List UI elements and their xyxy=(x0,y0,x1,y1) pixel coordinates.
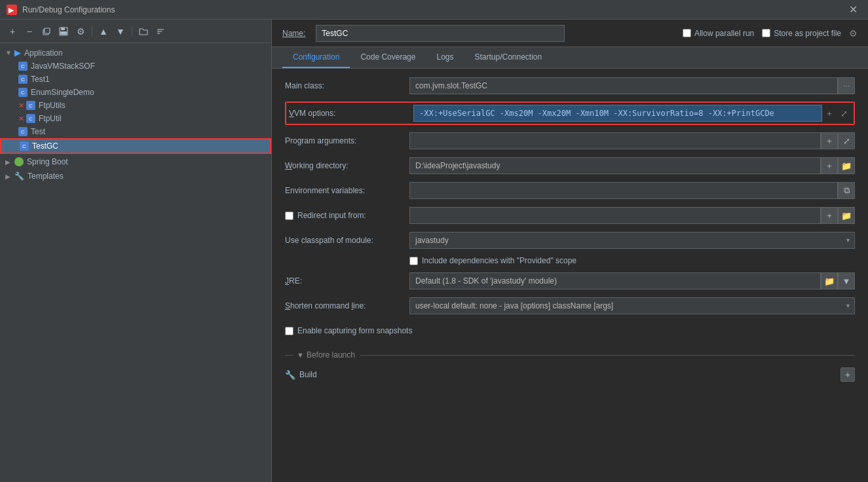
item-label: Test xyxy=(31,127,45,136)
redirect-browse-button[interactable]: 📁 xyxy=(838,207,855,224)
enable-capturing-label: Enable capturing form snapshots xyxy=(297,326,412,335)
templates-group-header[interactable]: ▶ 🔧 Templates xyxy=(0,170,271,183)
toolbar-separator xyxy=(92,26,92,37)
jre-input[interactable] xyxy=(409,272,821,289)
item-label: Test1 xyxy=(31,75,50,84)
vm-options-section: VVM options: + ⤢ xyxy=(285,102,855,125)
item-label: EnumSingleDemo xyxy=(31,88,94,97)
allow-parallel-run-checkbox[interactable] xyxy=(683,29,691,37)
main-class-label: Main class: xyxy=(285,81,409,90)
application-icon: ▶ xyxy=(14,48,21,58)
config-item-enumsinglDemo[interactable]: C EnumSingleDemo xyxy=(0,86,271,99)
program-arguments-row: Program arguments: + ⤢ xyxy=(285,132,855,150)
allow-parallel-run-option[interactable]: Allow parallel run xyxy=(683,29,754,38)
copy-config-button[interactable] xyxy=(39,24,54,39)
expand-arrow: ▶ xyxy=(5,158,13,166)
working-directory-row: Working directory: + 📁 xyxy=(285,157,855,175)
name-input[interactable] xyxy=(316,25,565,42)
working-directory-input-group: + 📁 xyxy=(409,157,855,174)
application-group-header[interactable]: ▼ ▶ Application xyxy=(0,46,271,60)
main-class-input-group: ⋯ xyxy=(409,77,855,94)
vm-options-label: VVM options: xyxy=(289,109,413,118)
working-directory-input[interactable] xyxy=(409,157,821,174)
store-as-project-file-label: Store as project file xyxy=(774,29,841,38)
add-before-launch-button[interactable]: + xyxy=(840,367,855,382)
class-icon: C xyxy=(26,101,35,110)
class-icon: C xyxy=(18,127,28,136)
main-class-input[interactable] xyxy=(409,77,838,94)
settings-config-button[interactable]: ⚙ xyxy=(73,24,88,39)
spring-boot-group-header[interactable]: ▶ Spring Boot xyxy=(0,155,271,168)
move-down-button[interactable]: ▼ xyxy=(113,24,128,39)
templates-label: Templates xyxy=(28,172,64,181)
main-class-row: Main class: ⋯ xyxy=(285,77,855,95)
enable-capturing-checkbox[interactable] xyxy=(285,327,293,335)
vm-options-input[interactable] xyxy=(413,105,822,122)
expand-arrow: ▼ xyxy=(5,49,13,56)
folder-button[interactable] xyxy=(136,24,151,39)
wrench-icon: 🔧 xyxy=(14,172,24,181)
remove-config-button[interactable]: − xyxy=(22,24,37,39)
build-icon: 🔧 xyxy=(285,370,295,380)
shorten-command-line-select[interactable]: user-local default: none - java [options… xyxy=(409,297,855,314)
config-item-ftputils[interactable]: ✕ C FtpUtils xyxy=(0,99,271,112)
title-bar: ▶ Run/Debug Configurations ✕ xyxy=(0,0,868,20)
jre-browse-button[interactable]: 📁 xyxy=(821,272,838,289)
program-arguments-input[interactable] xyxy=(409,132,821,149)
right-panel: Name: Allow parallel run Store as projec… xyxy=(272,20,868,482)
store-as-project-file-option[interactable]: Store as project file xyxy=(762,29,841,38)
jre-row: JRE: 📁 ▼ xyxy=(285,272,855,290)
program-arguments-expand-button[interactable]: ⤢ xyxy=(838,132,855,149)
vm-options-expand-button[interactable]: + xyxy=(822,106,837,120)
config-item-test[interactable]: C Test xyxy=(0,125,271,138)
program-arguments-add-button[interactable]: + xyxy=(821,132,838,149)
shorten-command-line-label: Shorten command line: xyxy=(285,301,409,310)
add-config-button[interactable]: + xyxy=(5,24,20,39)
class-icon: C xyxy=(26,114,35,123)
close-button[interactable]: ✕ xyxy=(845,3,861,16)
expand-arrow: ▶ xyxy=(5,173,13,180)
top-options: Allow parallel run Store as project file… xyxy=(683,28,858,39)
config-item-jaavavmstacksoF[interactable]: C JavaVMStackSOF xyxy=(0,60,271,73)
tabs-bar: Configuration Code Coverage Logs Startup… xyxy=(272,47,868,69)
jre-select-group: 📁 ▼ xyxy=(409,272,855,289)
jre-label: JRE: xyxy=(285,276,409,286)
include-dependencies-label: Include dependencies with "Provided" sco… xyxy=(422,256,576,265)
templates-group: ▶ 🔧 Templates xyxy=(0,170,271,183)
class-icon: C xyxy=(20,141,29,151)
tab-code-coverage[interactable]: Code Coverage xyxy=(350,47,426,68)
redirect-input-checkbox[interactable] xyxy=(285,212,293,220)
program-arguments-input-group: + ⤢ xyxy=(409,132,855,149)
save-config-button[interactable] xyxy=(56,24,71,39)
before-launch-divider: ▼ Before launch xyxy=(285,350,855,360)
class-icon: C xyxy=(18,75,28,84)
working-directory-add-button[interactable]: + xyxy=(821,157,838,174)
working-directory-browse-button[interactable]: 📁 xyxy=(838,157,855,174)
vm-options-fullscreen-button[interactable]: ⤢ xyxy=(837,106,851,120)
classpath-module-select[interactable]: javastudy xyxy=(409,232,855,249)
tab-logs[interactable]: Logs xyxy=(426,47,464,68)
store-as-project-file-checkbox[interactable] xyxy=(762,29,770,37)
sidebar: + − ⚙ ▲ ▼ xyxy=(0,20,272,482)
options-gear-icon[interactable]: ⚙ xyxy=(849,28,858,39)
jre-dropdown-button[interactable]: ▼ xyxy=(838,272,855,289)
config-item-ftputil[interactable]: ✕ C FtpUtil xyxy=(0,112,271,125)
application-label: Application xyxy=(24,48,63,58)
classpath-module-label: Use classpath of module: xyxy=(285,236,409,245)
class-icon: C xyxy=(18,88,28,97)
include-dependencies-checkbox[interactable] xyxy=(409,257,418,265)
build-item: 🔧 Build + xyxy=(285,365,855,384)
move-up-button[interactable]: ▲ xyxy=(96,24,111,39)
config-item-test1[interactable]: C Test1 xyxy=(0,73,271,86)
env-variables-copy-button[interactable]: ⧉ xyxy=(838,182,855,199)
env-variables-input-group: ⧉ xyxy=(409,182,855,199)
sort-button[interactable] xyxy=(153,24,168,39)
redirect-input-field[interactable] xyxy=(409,207,821,224)
env-variables-input[interactable] xyxy=(409,182,838,199)
redirect-add-button[interactable]: + xyxy=(821,207,838,224)
tab-configuration[interactable]: Configuration xyxy=(282,47,350,68)
main-class-browse-button[interactable]: ⋯ xyxy=(838,77,855,94)
config-item-testgc[interactable]: C TestGC xyxy=(0,138,271,154)
config-tree: ▼ ▶ Application C JavaVMStackSOF C Test1… xyxy=(0,43,271,482)
tab-startup-connection[interactable]: Startup/Connection xyxy=(464,47,552,68)
